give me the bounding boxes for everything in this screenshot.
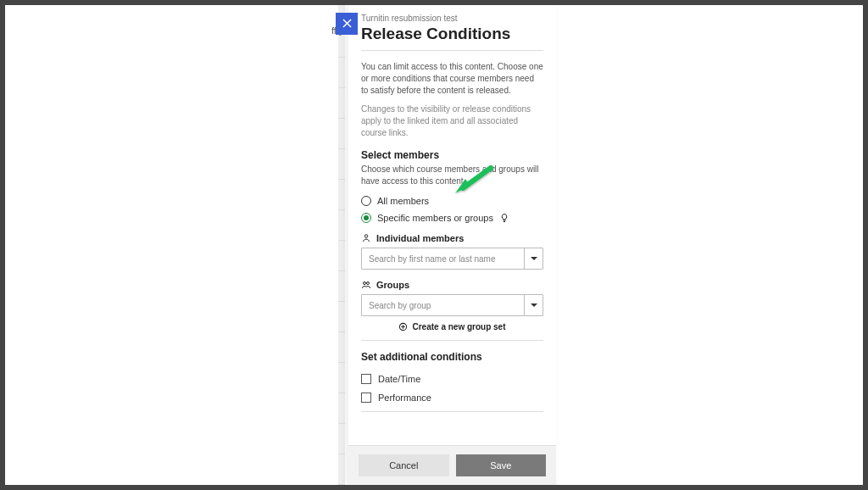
additional-conditions-heading: Set additional conditions — [361, 351, 543, 363]
person-icon — [361, 233, 371, 243]
individual-members-combobox[interactable] — [361, 248, 543, 270]
checkbox-icon — [361, 374, 371, 384]
save-button[interactable]: Save — [456, 454, 547, 476]
svg-point-4 — [367, 282, 370, 285]
svg-point-3 — [364, 282, 366, 285]
panel-description: You can limit access to this content. Ch… — [361, 61, 543, 97]
individual-members-input[interactable] — [362, 248, 524, 269]
plus-circle-icon — [398, 322, 408, 331]
checkbox-label: Performance — [378, 393, 431, 403]
panel-footer: Cancel Save — [348, 445, 556, 485]
svg-point-2 — [364, 235, 368, 238]
create-group-set-link[interactable]: Create a new group set — [361, 322, 543, 331]
groups-icon — [361, 280, 371, 290]
radio-icon — [361, 196, 371, 206]
checkbox-label: Date/Time — [378, 374, 420, 384]
divider — [361, 340, 543, 341]
chevron-down-icon — [531, 303, 537, 307]
performance-checkbox-row[interactable]: Performance — [361, 393, 543, 403]
panel-subdescription: Changes to the visibility or release con… — [361, 103, 543, 139]
select-members-description: Choose which course members and groups w… — [361, 164, 543, 187]
chevron-down-icon — [531, 257, 537, 260]
radio-all-members[interactable]: All members — [361, 196, 543, 206]
radio-label: All members — [377, 196, 429, 206]
datetime-checkbox-row[interactable]: Date/Time — [361, 374, 543, 384]
individual-members-label: Individual members — [361, 233, 543, 243]
radio-icon-selected — [361, 213, 371, 223]
close-icon — [342, 17, 352, 31]
dropdown-toggle[interactable] — [524, 295, 542, 315]
divider — [361, 50, 543, 51]
divider — [361, 411, 543, 412]
page-title: Release Conditions — [361, 25, 543, 43]
release-conditions-panel: Turnitin resubmission test Release Condi… — [348, 5, 556, 485]
select-members-heading: Select members — [361, 149, 543, 161]
checkbox-icon — [361, 393, 371, 403]
dropdown-toggle[interactable] — [524, 248, 542, 269]
breadcrumb: Turnitin resubmission test — [361, 14, 543, 23]
groups-input[interactable] — [362, 295, 524, 315]
lightbulb-icon — [499, 213, 509, 223]
radio-label: Specific members or groups — [377, 213, 493, 223]
groups-label: Groups — [361, 280, 543, 290]
close-button[interactable] — [336, 13, 358, 35]
radio-specific-members[interactable]: Specific members or groups — [361, 213, 543, 223]
cancel-button[interactable]: Cancel — [359, 454, 449, 476]
background-column — [338, 5, 345, 485]
groups-combobox[interactable] — [361, 294, 543, 316]
